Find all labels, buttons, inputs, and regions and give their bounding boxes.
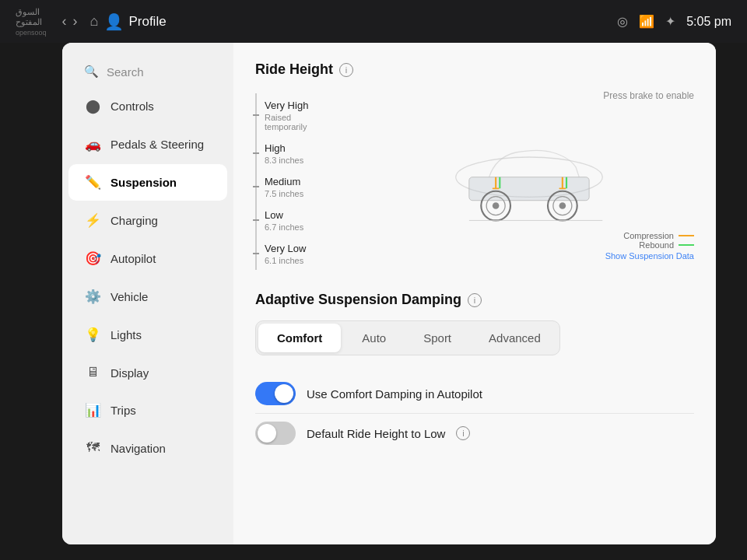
tab-auto[interactable]: Auto bbox=[343, 321, 405, 355]
sidebar-item-charging[interactable]: ⚡ Charging bbox=[68, 202, 227, 239]
home-icon[interactable]: ⌂ bbox=[90, 13, 99, 30]
tab-comfort[interactable]: Comfort bbox=[258, 324, 341, 352]
tab-advanced[interactable]: Advanced bbox=[470, 321, 559, 355]
trips-icon: 📊 bbox=[84, 402, 101, 418]
lights-icon: 💡 bbox=[84, 327, 101, 343]
press-brake-text: Press brake to enable bbox=[603, 90, 694, 101]
sidebar-item-vehicle[interactable]: ⚙️ Vehicle bbox=[68, 278, 227, 315]
height-high-sublabel: 8.3 inches bbox=[265, 156, 303, 165]
forward-icon[interactable]: › bbox=[73, 13, 78, 30]
trips-label: Trips bbox=[110, 404, 136, 417]
time-display: 5:05 pm bbox=[686, 15, 731, 29]
car-svg bbox=[436, 126, 622, 235]
sidebar: 🔍 Search ⬤ Controls 🚗 Pedals & Steering … bbox=[62, 43, 233, 544]
nav-arrows[interactable]: ‹ › bbox=[62, 13, 78, 30]
sidebar-item-pedals[interactable]: 🚗 Pedals & Steering bbox=[68, 126, 227, 163]
toggle-knob bbox=[275, 384, 293, 403]
status-bar: ◎ 📶 ✦ 5:05 pm bbox=[617, 14, 731, 29]
target-icon: ◎ bbox=[617, 14, 628, 29]
svg-point-4 bbox=[493, 202, 500, 209]
adaptive-damping-header: Adaptive Suspension Damping i bbox=[255, 292, 694, 308]
adaptive-suspension-section: Adaptive Suspension Damping i Comfort Au… bbox=[255, 292, 694, 453]
height-low-sublabel: 6.7 inches bbox=[265, 222, 303, 232]
svg-point-7 bbox=[559, 202, 566, 209]
comfort-damping-label: Use Comfort Damping in Autopilot bbox=[307, 387, 482, 401]
tab-sport[interactable]: Sport bbox=[405, 321, 470, 355]
default-ride-height-label: Default Ride Height to Low bbox=[307, 427, 445, 440]
height-very-high-label: Very High bbox=[265, 100, 308, 111]
height-low-label: Low bbox=[265, 209, 283, 221]
default-ride-height-toggle-row: Default Ride Height to Low i bbox=[255, 414, 694, 453]
profile-button[interactable]: 👤 Profile bbox=[104, 12, 166, 31]
ride-height-header: Ride Height i bbox=[255, 61, 694, 78]
sidebar-item-trips[interactable]: 📊 Trips bbox=[68, 392, 227, 429]
ride-height-area: Very High Raisedtemporarily High 8.3 inc… bbox=[255, 90, 694, 270]
height-high-label: High bbox=[265, 142, 286, 154]
sidebar-item-autopilot[interactable]: 🎯 Autopilot bbox=[68, 240, 227, 277]
height-very-high: Very High Raisedtemporarily bbox=[255, 93, 349, 136]
navigation-label: Navigation bbox=[110, 442, 166, 455]
ride-height-low-info-icon[interactable]: i bbox=[456, 426, 470, 440]
bluetooth-icon: ✦ bbox=[665, 14, 675, 29]
profile-icon: 👤 bbox=[104, 12, 124, 31]
rebound-line bbox=[679, 244, 694, 246]
autopilot-label: Autopilot bbox=[110, 252, 156, 265]
lights-label: Lights bbox=[110, 328, 142, 341]
ride-height-title: Ride Height bbox=[255, 61, 333, 78]
main-container: 🔍 Search ⬤ Controls 🚗 Pedals & Steering … bbox=[62, 43, 716, 544]
suspension-label: Suspension bbox=[110, 176, 177, 189]
height-low: Low 6.7 inches bbox=[255, 203, 349, 236]
logo: السوقالمفتوحopensooq bbox=[16, 7, 47, 37]
default-ride-height-toggle[interactable] bbox=[255, 422, 296, 445]
controls-label: Controls bbox=[110, 100, 154, 113]
search-icon: 🔍 bbox=[84, 65, 99, 79]
profile-label: Profile bbox=[128, 14, 166, 30]
height-very-low-sublabel: 6.1 inches bbox=[265, 256, 306, 265]
navigation-icon: 🗺 bbox=[84, 440, 101, 456]
content-area: Ride Height i Very High Raisedtemporaril… bbox=[233, 43, 716, 544]
controls-icon: ⬤ bbox=[84, 98, 101, 114]
sidebar-item-controls[interactable]: ⬤ Controls bbox=[68, 88, 227, 124]
signal-icon: 📶 bbox=[639, 14, 654, 29]
height-medium: Medium 7.5 inches bbox=[255, 170, 349, 203]
vehicle-icon: ⚙️ bbox=[84, 289, 101, 305]
compression-line bbox=[679, 235, 694, 236]
top-bar: السوقالمفتوحopensooq ‹ › ⌂ 👤 Profile ◎ 📶… bbox=[0, 0, 747, 43]
suspension-legend: Compression Rebound Show Suspension Data bbox=[605, 231, 694, 261]
rebound-label: Rebound bbox=[639, 240, 674, 250]
search-label: Search bbox=[107, 65, 144, 79]
pedals-icon: 🚗 bbox=[84, 136, 101, 152]
sidebar-item-suspension[interactable]: ✏️ Suspension bbox=[68, 164, 227, 201]
svg-rect-1 bbox=[469, 177, 589, 200]
pedals-label: Pedals & Steering bbox=[110, 138, 204, 151]
suspension-icon: ✏️ bbox=[84, 174, 101, 191]
toggle-knob-2 bbox=[258, 424, 276, 443]
sidebar-item-display[interactable]: 🖥 Display bbox=[68, 355, 227, 390]
height-very-low-label: Very Low bbox=[265, 243, 306, 254]
sidebar-item-navigation[interactable]: 🗺 Navigation bbox=[68, 430, 227, 466]
show-suspension-data-link[interactable]: Show Suspension Data bbox=[605, 251, 694, 261]
adaptive-damping-title: Adaptive Suspension Damping bbox=[255, 292, 461, 308]
height-medium-sublabel: 7.5 inches bbox=[265, 189, 303, 198]
charging-label: Charging bbox=[110, 214, 158, 227]
display-icon: 🖥 bbox=[84, 365, 101, 380]
autopilot-icon: 🎯 bbox=[84, 250, 101, 267]
ride-height-info-icon[interactable]: i bbox=[339, 63, 353, 77]
height-very-high-sublabel: Raisedtemporarily bbox=[265, 113, 308, 131]
sidebar-item-lights[interactable]: 💡 Lights bbox=[68, 317, 227, 353]
back-icon[interactable]: ‹ bbox=[62, 13, 67, 30]
search-item[interactable]: 🔍 Search bbox=[68, 57, 227, 86]
height-scale: Very High Raisedtemporarily High 8.3 inc… bbox=[255, 90, 349, 270]
vehicle-label: Vehicle bbox=[110, 290, 148, 303]
height-very-low: Very Low 6.1 inches bbox=[255, 236, 349, 270]
damping-tabs: Comfort Auto Sport Advanced bbox=[255, 320, 560, 355]
comfort-damping-toggle[interactable] bbox=[255, 382, 296, 405]
car-visual: Press brake to enable bbox=[364, 90, 694, 270]
adaptive-damping-info-icon[interactable]: i bbox=[468, 293, 482, 307]
charging-icon: ⚡ bbox=[84, 212, 101, 229]
height-high: High 8.3 inches bbox=[255, 136, 349, 170]
display-label: Display bbox=[110, 366, 149, 380]
height-medium-label: Medium bbox=[265, 176, 300, 187]
rebound-legend: Rebound bbox=[605, 240, 694, 250]
compression-label: Compression bbox=[623, 231, 674, 240]
